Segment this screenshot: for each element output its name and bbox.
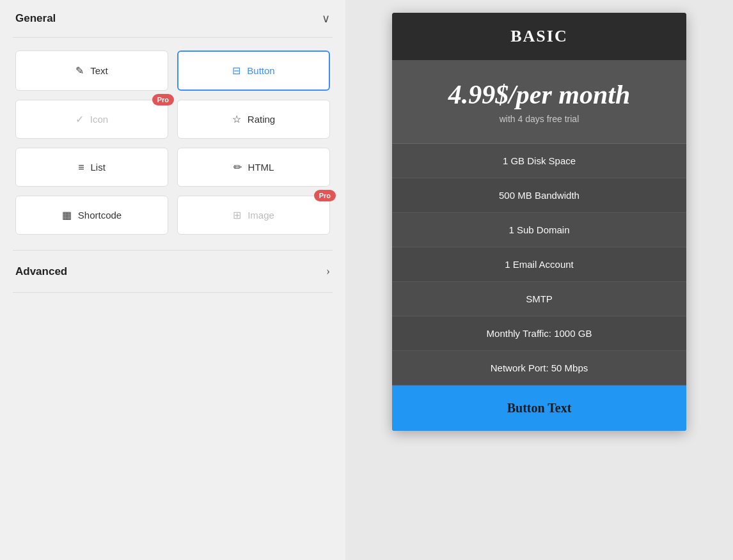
pricing-button[interactable]: Button Text [392, 385, 686, 431]
pricing-price: 4.99$/per month [405, 79, 674, 110]
right-panel: BASIC 4.99$/per month with 4 days free t… [345, 0, 733, 560]
widget-list-label: List [91, 162, 106, 173]
widget-rating-label: Rating [248, 114, 275, 125]
widget-list[interactable]: ≡ List [15, 148, 168, 187]
widget-button[interactable]: ⊟ Button [177, 51, 330, 91]
image-pro-badge: Pro [314, 190, 336, 201]
section-divider-bottom [13, 292, 333, 293]
general-section-header[interactable]: General ∨ [13, 0, 333, 38]
feature-traffic: Monthly Traffic: 1000 GB [392, 316, 686, 351]
general-chevron-icon: ∨ [322, 12, 330, 26]
widgets-grid: ✎ Text ⊟ Button Pro ✓ Icon ☆ Rating ≡ Li… [13, 38, 333, 247]
widget-icon[interactable]: Pro ✓ Icon [15, 100, 168, 139]
icon-pro-badge: Pro [152, 94, 174, 105]
widget-shortcode-label: Shortcode [78, 210, 122, 221]
rating-icon: ☆ [232, 113, 241, 125]
widget-button-label: Button [247, 65, 274, 76]
pricing-card: BASIC 4.99$/per month with 4 days free t… [392, 13, 686, 431]
text-icon: ✎ [75, 65, 84, 77]
html-icon: ✏ [233, 161, 242, 173]
widget-icon-label: Icon [90, 114, 108, 125]
widget-image[interactable]: Pro ⊞ Image [177, 196, 330, 235]
feature-bandwidth: 500 MB Bandwidth [392, 178, 686, 213]
pricing-header: BASIC [392, 13, 686, 60]
advanced-chevron-icon: › [326, 265, 330, 278]
feature-smtp: SMTP [392, 282, 686, 316]
general-label: General [15, 12, 56, 25]
advanced-section-header[interactable]: Advanced › [13, 253, 333, 290]
icon-icon: ✓ [75, 113, 84, 125]
feature-subdomain: 1 Sub Domain [392, 213, 686, 247]
button-icon: ⊟ [232, 65, 240, 77]
left-panel: General ∨ ✎ Text ⊟ Button Pro ✓ Icon ☆ R… [0, 0, 345, 560]
pricing-title: BASIC [406, 27, 672, 46]
widget-image-label: Image [248, 210, 274, 221]
list-icon: ≡ [78, 162, 84, 173]
widget-shortcode[interactable]: ▦ Shortcode [15, 196, 168, 235]
widget-html[interactable]: ✏ HTML [177, 148, 330, 187]
widget-html-label: HTML [248, 162, 274, 173]
pricing-trial: with 4 days free trial [405, 114, 674, 124]
feature-network: Network Port: 50 Mbps [392, 351, 686, 385]
feature-email: 1 Email Account [392, 247, 686, 282]
widget-text-label: Text [90, 65, 108, 76]
section-divider [13, 250, 333, 251]
advanced-label: Advanced [15, 265, 67, 278]
image-icon: ⊞ [233, 209, 241, 221]
shortcode-icon: ▦ [62, 209, 72, 221]
feature-disk-space: 1 GB Disk Space [392, 144, 686, 178]
widget-text[interactable]: ✎ Text [15, 51, 168, 91]
widget-rating[interactable]: ☆ Rating [177, 100, 330, 139]
pricing-price-section: 4.99$/per month with 4 days free trial [392, 60, 686, 144]
